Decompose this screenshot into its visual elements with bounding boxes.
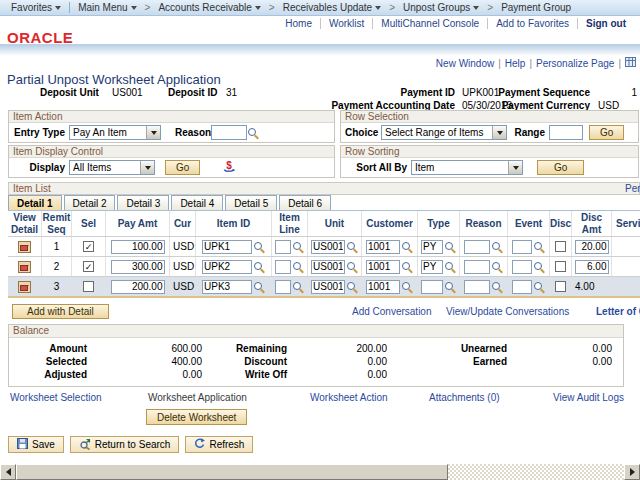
- disc-amt-input[interactable]: [575, 240, 609, 254]
- event-input[interactable]: [512, 260, 532, 274]
- item-id-input[interactable]: [202, 280, 252, 294]
- unit-input[interactable]: [311, 280, 345, 294]
- link-worksheet-selection[interactable]: Worksheet Selection: [10, 392, 102, 403]
- delete-worksheet-button[interactable]: Delete Worksheet: [146, 409, 247, 425]
- lookup-icon[interactable]: [444, 241, 456, 253]
- display-select[interactable]: All Items: [69, 160, 155, 175]
- type-input[interactable]: [421, 240, 443, 254]
- type-input[interactable]: [421, 280, 443, 294]
- customer-input[interactable]: [366, 240, 400, 254]
- lookup-icon[interactable]: [491, 241, 503, 253]
- lookup-icon[interactable]: [247, 127, 259, 139]
- breadcrumb-main-menu[interactable]: Main Menu: [73, 2, 141, 13]
- lookup-icon[interactable]: [292, 261, 304, 273]
- link-attachments[interactable]: Attachments (0): [429, 392, 500, 403]
- link-new-window[interactable]: New Window: [436, 58, 494, 69]
- breadcrumb-item-receivables-update[interactable]: Receivables Update: [278, 2, 387, 13]
- tab-detail-4[interactable]: Detail 4: [171, 195, 223, 210]
- pay-amt-input[interactable]: [111, 260, 165, 274]
- scroll-left-button[interactable]: [0, 464, 16, 480]
- sel-checkbox[interactable]: [83, 281, 94, 292]
- reason-input[interactable]: [464, 260, 490, 274]
- lookup-icon[interactable]: [533, 241, 545, 253]
- item-id-input[interactable]: [202, 240, 252, 254]
- link-letter-of-credit[interactable]: Letter of Credit: [596, 306, 640, 317]
- link-multichannel-console[interactable]: MultiChannel Console: [373, 18, 488, 29]
- customer-input[interactable]: [366, 260, 400, 274]
- link-worklist[interactable]: Worklist: [321, 18, 373, 29]
- save-button[interactable]: Save: [8, 436, 64, 453]
- choice-select[interactable]: Select Range of Items: [381, 125, 507, 140]
- lookup-icon[interactable]: [444, 261, 456, 273]
- breadcrumb-favorites[interactable]: Favorites: [6, 2, 66, 13]
- currency-refresh-icon[interactable]: $: [222, 160, 236, 176]
- disc-checkbox[interactable]: [555, 281, 566, 292]
- tab-detail-6[interactable]: Detail 6: [279, 195, 331, 210]
- lookup-icon[interactable]: [401, 241, 413, 253]
- disc-amt-input[interactable]: [575, 260, 609, 274]
- refresh-button[interactable]: Refresh: [185, 436, 253, 453]
- link-worksheet-action[interactable]: Worksheet Action: [310, 392, 388, 403]
- sel-checkbox[interactable]: ✓: [83, 261, 94, 272]
- reason-input[interactable]: [464, 280, 490, 294]
- tab-detail-5[interactable]: Detail 5: [225, 195, 277, 210]
- lookup-icon[interactable]: [346, 241, 358, 253]
- scroll-thumb[interactable]: [16, 464, 448, 480]
- range-input[interactable]: [549, 125, 583, 140]
- view-detail-icon[interactable]: [18, 261, 31, 273]
- tab-detail-1[interactable]: Detail 1: [8, 195, 62, 210]
- scroll-track[interactable]: [448, 464, 624, 480]
- event-input[interactable]: [512, 280, 532, 294]
- link-home[interactable]: Home: [277, 18, 321, 29]
- tab-detail-2[interactable]: Detail 2: [64, 195, 116, 210]
- breadcrumb-item-unpost-groups[interactable]: Unpost Groups: [398, 2, 484, 13]
- unit-input[interactable]: [311, 260, 345, 274]
- link-sign-out[interactable]: Sign out: [578, 18, 634, 29]
- item-line-input[interactable]: [275, 240, 291, 254]
- range-go-button[interactable]: Go: [589, 125, 624, 140]
- item-id-input[interactable]: [202, 260, 252, 274]
- lookup-icon[interactable]: [401, 261, 413, 273]
- add-with-detail-button[interactable]: Add with Detail: [12, 304, 109, 319]
- sort-all-by-select[interactable]: Item: [411, 160, 523, 175]
- lookup-icon[interactable]: [533, 261, 545, 273]
- view-detail-icon[interactable]: [18, 241, 31, 253]
- reason-input[interactable]: [464, 240, 490, 254]
- lookup-icon[interactable]: [346, 261, 358, 273]
- item-line-input[interactable]: [275, 280, 291, 294]
- customer-input[interactable]: [366, 280, 400, 294]
- link-add-to-favorites[interactable]: Add to Favorites: [488, 18, 578, 29]
- display-go-button[interactable]: Go: [165, 160, 200, 175]
- link-add-conversation[interactable]: Add Conversation: [352, 306, 432, 317]
- lookup-icon[interactable]: [253, 281, 265, 293]
- tab-detail-3[interactable]: Detail 3: [117, 195, 169, 210]
- sel-checkbox[interactable]: ✓: [83, 241, 94, 252]
- link-personalize-page[interactable]: Personalize Page: [536, 58, 614, 69]
- sort-go-button[interactable]: Go: [537, 160, 584, 175]
- scroll-right-button[interactable]: [624, 464, 640, 480]
- lookup-icon[interactable]: [491, 261, 503, 273]
- lookup-icon[interactable]: [253, 261, 265, 273]
- pay-amt-input[interactable]: [111, 240, 165, 254]
- lookup-icon[interactable]: [253, 241, 265, 253]
- link-view-update-conversations[interactable]: View/Update Conversations: [446, 306, 569, 317]
- item-line-input[interactable]: [275, 260, 291, 274]
- link-view-audit-logs[interactable]: View Audit Logs: [553, 392, 624, 403]
- breadcrumb-item-accounts-receivable[interactable]: Accounts Receivable: [153, 2, 265, 13]
- entry-type-select[interactable]: Pay An Item: [69, 125, 161, 140]
- breadcrumb-item-payment-group[interactable]: Payment Group: [496, 2, 576, 13]
- return-to-search-button[interactable]: Return to Search: [70, 436, 180, 453]
- type-input[interactable]: [421, 260, 443, 274]
- disc-checkbox[interactable]: [555, 261, 566, 272]
- link-help[interactable]: Help: [505, 58, 526, 69]
- lookup-icon[interactable]: [444, 281, 456, 293]
- lookup-icon[interactable]: [491, 281, 503, 293]
- reason-input[interactable]: [211, 125, 247, 140]
- view-detail-icon[interactable]: [18, 281, 31, 293]
- link-personalize[interactable]: Personalize: [625, 183, 640, 195]
- lookup-icon[interactable]: [346, 281, 358, 293]
- lookup-icon[interactable]: [292, 241, 304, 253]
- personalize-layout-icon[interactable]: [625, 57, 636, 69]
- unit-input[interactable]: [311, 240, 345, 254]
- lookup-icon[interactable]: [292, 281, 304, 293]
